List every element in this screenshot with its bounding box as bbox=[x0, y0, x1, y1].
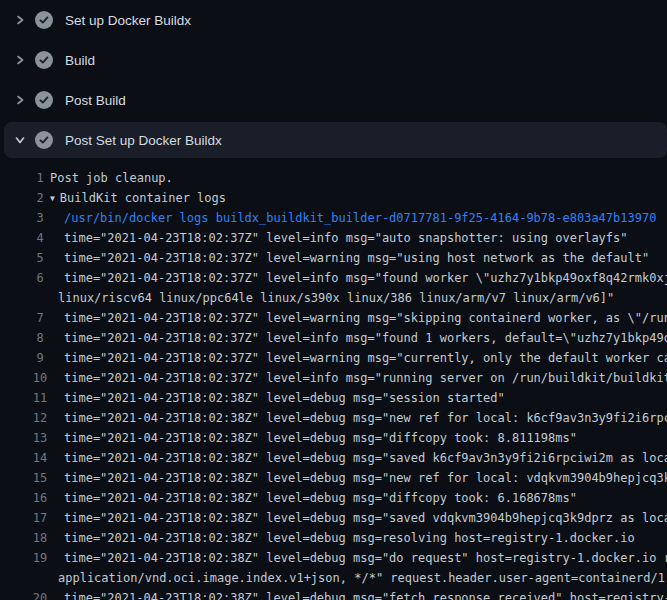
line-number[interactable]: 18 bbox=[30, 528, 50, 548]
check-circle-icon bbox=[35, 91, 53, 109]
chevron-right-icon bbox=[14, 54, 26, 66]
log-text: time="2021-04-23T18:02:38Z" level=debug … bbox=[64, 588, 667, 600]
line-number[interactable]: 7 bbox=[30, 308, 50, 328]
log-line: 3 /usr/bin/docker logs buildx_buildkit_b… bbox=[0, 208, 667, 228]
chevron-right-icon bbox=[14, 94, 26, 106]
log-text: time="2021-04-23T18:02:38Z" level=debug … bbox=[64, 408, 667, 428]
log-text: time="2021-04-23T18:02:38Z" level=debug … bbox=[64, 448, 667, 468]
line-number[interactable]: 10 bbox=[30, 368, 50, 388]
log-line-continuation: application/vnd.oci.image.index.v1+json,… bbox=[0, 568, 667, 588]
check-circle-icon bbox=[35, 131, 53, 149]
log-text: ▼BuildKit container logs bbox=[50, 188, 226, 208]
line-number[interactable]: 15 bbox=[30, 468, 50, 488]
log-line: 7 time="2021-04-23T18:02:37Z" level=warn… bbox=[0, 308, 667, 328]
steps-list: Set up Docker Buildx Build Post Build bbox=[0, 0, 667, 158]
line-number[interactable]: 13 bbox=[30, 428, 50, 448]
group-label: BuildKit container logs bbox=[60, 191, 226, 205]
line-number[interactable]: 2 bbox=[30, 188, 50, 208]
check-circle-icon bbox=[35, 51, 53, 69]
log-line: 6 time="2021-04-23T18:02:37Z" level=info… bbox=[0, 268, 667, 288]
line-number[interactable]: 5 bbox=[30, 248, 50, 268]
log-command-text: /usr/bin/docker logs buildx_buildkit_bui… bbox=[64, 208, 656, 228]
line-number[interactable]: 9 bbox=[30, 348, 50, 368]
step-row-post-build[interactable]: Post Build bbox=[0, 80, 667, 120]
step-row-build[interactable]: Build bbox=[0, 40, 667, 80]
line-number[interactable]: 17 bbox=[30, 508, 50, 528]
log-line-group-header: 2 ▼BuildKit container logs bbox=[0, 188, 667, 208]
log-text: time="2021-04-23T18:02:37Z" level=info m… bbox=[64, 228, 628, 248]
log-line: 12 time="2021-04-23T18:02:38Z" level=deb… bbox=[0, 408, 667, 428]
log-line: 20 time="2021-04-23T18:02:38Z" level=deb… bbox=[0, 588, 667, 600]
step-label: Set up Docker Buildx bbox=[65, 13, 191, 28]
log-text: time="2021-04-23T18:02:37Z" level=warnin… bbox=[64, 308, 667, 328]
log-line: 1 Post job cleanup. bbox=[0, 168, 667, 188]
log-text: time="2021-04-23T18:02:38Z" level=debug … bbox=[64, 388, 505, 408]
log-text: time="2021-04-23T18:02:37Z" level=info m… bbox=[64, 368, 667, 388]
log-text: linux/riscv64 linux/ppc64le linux/s390x … bbox=[58, 288, 614, 308]
log-text: application/vnd.oci.image.index.v1+json,… bbox=[58, 568, 667, 588]
log-text: time="2021-04-23T18:02:37Z" level=info m… bbox=[64, 268, 667, 288]
step-label: Post Set up Docker Buildx bbox=[65, 133, 222, 148]
line-number[interactable]: 1 bbox=[30, 168, 50, 188]
step-label: Build bbox=[65, 53, 95, 68]
log-text: time="2021-04-23T18:02:37Z" level=info m… bbox=[64, 328, 667, 348]
log-line: 13 time="2021-04-23T18:02:38Z" level=deb… bbox=[0, 428, 667, 448]
check-circle-icon bbox=[35, 11, 53, 29]
log-line: 9 time="2021-04-23T18:02:37Z" level=warn… bbox=[0, 348, 667, 368]
log-text: time="2021-04-23T18:02:38Z" level=debug … bbox=[64, 468, 667, 488]
line-number[interactable]: 20 bbox=[30, 588, 50, 600]
log-text: time="2021-04-23T18:02:38Z" level=debug … bbox=[64, 428, 577, 448]
log-text: time="2021-04-23T18:02:37Z" level=warnin… bbox=[64, 248, 649, 268]
line-number[interactable]: 16 bbox=[30, 488, 50, 508]
line-number[interactable]: 6 bbox=[30, 268, 50, 288]
line-number[interactable]: 12 bbox=[30, 408, 50, 428]
log-line: 16 time="2021-04-23T18:02:38Z" level=deb… bbox=[0, 488, 667, 508]
line-number[interactable]: 3 bbox=[30, 208, 50, 228]
log-line: 8 time="2021-04-23T18:02:37Z" level=info… bbox=[0, 328, 667, 348]
step-row-setup-docker-buildx[interactable]: Set up Docker Buildx bbox=[0, 0, 667, 40]
log-line: 5 time="2021-04-23T18:02:37Z" level=warn… bbox=[0, 248, 667, 268]
log-line: 15 time="2021-04-23T18:02:38Z" level=deb… bbox=[0, 468, 667, 488]
line-number[interactable]: 4 bbox=[30, 228, 50, 248]
log-line: 10 time="2021-04-23T18:02:37Z" level=inf… bbox=[0, 368, 667, 388]
line-number[interactable]: 8 bbox=[30, 328, 50, 348]
line-number[interactable]: 14 bbox=[30, 448, 50, 468]
log-text: time="2021-04-23T18:02:38Z" level=debug … bbox=[64, 548, 667, 568]
log-text: time="2021-04-23T18:02:38Z" level=debug … bbox=[64, 488, 577, 508]
log-line: 14 time="2021-04-23T18:02:38Z" level=deb… bbox=[0, 448, 667, 468]
log-line: 18 time="2021-04-23T18:02:38Z" level=deb… bbox=[0, 528, 667, 548]
log-text: time="2021-04-23T18:02:38Z" level=debug … bbox=[64, 508, 667, 528]
line-number[interactable]: 11 bbox=[30, 388, 50, 408]
chevron-down-icon bbox=[14, 134, 26, 146]
log-text: Post job cleanup. bbox=[50, 168, 173, 188]
log-text: time="2021-04-23T18:02:37Z" level=warnin… bbox=[64, 348, 667, 368]
chevron-right-icon bbox=[14, 14, 26, 26]
log-line: 19 time="2021-04-23T18:02:38Z" level=deb… bbox=[0, 548, 667, 568]
log-viewer: 1 Post job cleanup. 2 ▼BuildKit containe… bbox=[0, 160, 667, 600]
log-text: time="2021-04-23T18:02:38Z" level=debug … bbox=[64, 528, 635, 548]
step-label: Post Build bbox=[65, 93, 126, 108]
log-line: 11 time="2021-04-23T18:02:38Z" level=deb… bbox=[0, 388, 667, 408]
step-row-post-setup-docker-buildx[interactable]: Post Set up Docker Buildx bbox=[4, 122, 667, 158]
log-line: 4 time="2021-04-23T18:02:37Z" level=info… bbox=[0, 228, 667, 248]
line-number[interactable]: 19 bbox=[30, 548, 50, 568]
actions-log-panel: Set up Docker Buildx Build Post Build bbox=[0, 0, 667, 600]
log-line-continuation: linux/riscv64 linux/ppc64le linux/s390x … bbox=[0, 288, 667, 308]
group-collapse-caret-icon[interactable]: ▼ bbox=[50, 189, 55, 208]
log-line: 17 time="2021-04-23T18:02:38Z" level=deb… bbox=[0, 508, 667, 528]
